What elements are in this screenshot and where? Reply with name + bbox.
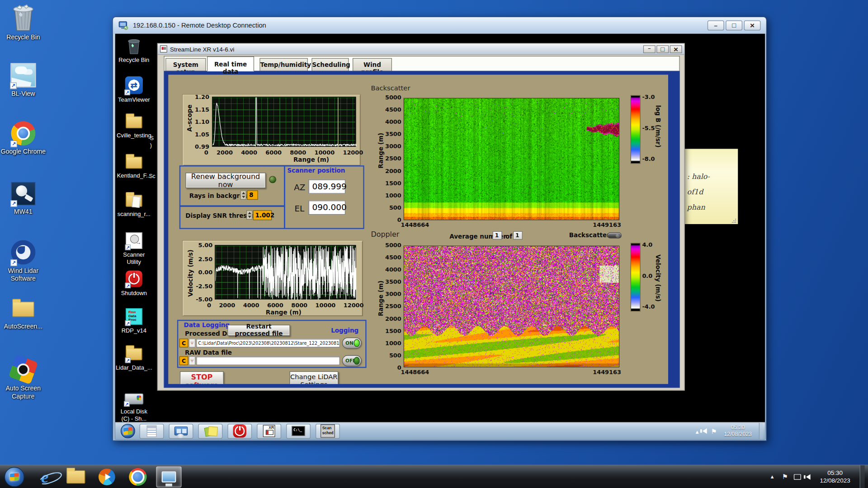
renew-background-button[interactable]: Renew background now (185, 173, 266, 188)
path-browse-icon[interactable] (189, 338, 196, 347)
drive-letter-box[interactable]: C (179, 338, 189, 347)
task-remote-desktop-active[interactable] (156, 466, 181, 488)
tick-label: 3500 (385, 278, 401, 286)
remote-start-button[interactable] (121, 424, 135, 438)
tab-real-time-data[interactable]: Real time data (207, 56, 254, 71)
remote-icon-label: scanning_r... (118, 210, 151, 217)
maximize-button[interactable] (656, 45, 669, 53)
streamline-titlebar[interactable]: StreamLine XR v14-6.vi (158, 44, 684, 55)
remote-icon-lidar-data[interactable]: Lidar_Data_... (116, 346, 151, 371)
tick-label: 2000 (217, 148, 233, 156)
rdp-titlebar[interactable]: 192.168.0.150 - Remote Desktop Connectio… (113, 17, 766, 34)
path-browse-icon[interactable] (189, 357, 196, 366)
tab-system-setup[interactable]: System setup (165, 58, 206, 71)
az-value-field[interactable]: 089.999 (308, 179, 345, 194)
stop-software-button[interactable]: STOP software (180, 371, 224, 384)
scanner-utility-icon (126, 232, 142, 249)
raw-path-field[interactable] (196, 357, 340, 366)
snr-spinner[interactable] (246, 210, 252, 220)
task-internet-explorer[interactable]: e (32, 466, 57, 488)
remote-icon-label: Lidar_Data_... (116, 364, 152, 371)
hidden-icons-chevron[interactable] (769, 473, 776, 480)
close-button[interactable] (670, 45, 682, 53)
shortcut-arrow-icon (10, 259, 17, 266)
remote-icon-rdp-v14[interactable]: RawDataProc RDP_v14 (116, 308, 151, 334)
power-icon (233, 424, 246, 437)
snr-value-field[interactable]: 1.002 (253, 210, 272, 220)
remote-icon-label: Cville_testing (117, 131, 151, 138)
remote-clock[interactable]: 05:30 12/08/2023 (721, 424, 755, 437)
remote-icon-scanner-utility[interactable]: Scanner Utility (116, 232, 151, 265)
remote-task-shutdown[interactable] (227, 423, 252, 438)
volume-icon[interactable] (806, 474, 811, 479)
backscatter-heatmap (404, 98, 620, 221)
processed-path-field[interactable]: C:\Lidar\Data\Proc\2023\202308\20230812\… (196, 338, 340, 347)
tab-temp-humidity[interactable]: Temp/humidity (259, 58, 308, 71)
desktop-icon-autoscreen[interactable]: AutoScreen... (0, 297, 47, 331)
processed-logging-switch[interactable]: ON (342, 338, 362, 348)
remote-task-sticky-notes[interactable] (198, 423, 222, 438)
remote-icon-cville-testing[interactable]: Cville_testing (116, 114, 151, 138)
remote-show-desktop-button[interactable] (759, 422, 763, 439)
xr-icon-text: XR (269, 426, 274, 430)
remote-task-command-prompt[interactable]: C:\_ (286, 423, 311, 438)
remote-icon-kentland[interactable]: Kentland_F... (116, 155, 151, 179)
change-lidar-settings-button[interactable]: Change LiDAR Settings (289, 371, 338, 384)
sticky-notes-icon (205, 426, 216, 436)
tab-wind-profile[interactable]: Wind profile (353, 58, 392, 71)
doppler-x-range: 1448664 1449163 (401, 369, 621, 375)
task-media-player[interactable] (94, 466, 119, 488)
show-desktop-button[interactable] (860, 465, 865, 488)
doppler-x-start: 1448664 (401, 369, 429, 375)
rays-spinner[interactable] (240, 190, 246, 200)
remote-icon-local-disk[interactable]: Local Disk (C) - Sh... (116, 392, 151, 422)
minimize-button[interactable] (708, 20, 724, 30)
close-button[interactable] (744, 20, 761, 30)
clock[interactable]: 05:30 12/08/2023 (816, 469, 855, 484)
remote-icon-shutdown[interactable]: Shutdown (116, 270, 151, 296)
tab-scheduling[interactable]: Scheduling (311, 58, 349, 71)
renew-background-label: Renew background now (186, 172, 265, 189)
tick-label: -8.0 (642, 155, 655, 163)
average-number-field[interactable]: 1 (493, 231, 502, 239)
remote-task-notepad[interactable] (140, 423, 164, 438)
start-button[interactable] (5, 467, 24, 487)
rays-value-field[interactable]: 8 (247, 190, 258, 200)
maximize-button[interactable] (726, 20, 742, 30)
task-windows-explorer[interactable] (63, 466, 89, 488)
drive-letter-box[interactable]: C (179, 357, 189, 366)
remote-task-scan-sched[interactable]: Scan sched (316, 423, 340, 438)
action-center-flag-icon[interactable] (711, 426, 717, 436)
desktop-icon-recycle-bin[interactable]: Recycle Bin (0, 3, 47, 41)
velocity-trace (215, 246, 356, 300)
remote-icon-recycle-bin[interactable]: Recycle Bin (116, 37, 151, 63)
desktop-icon-auto-screen-capture[interactable]: Auto Screen Capture (0, 356, 47, 400)
el-label: EL (294, 204, 304, 214)
backscatter-toggle[interactable] (607, 232, 622, 238)
action-center-flag-icon[interactable] (781, 473, 789, 480)
streamline-title: StreamLine XR v14-6.vi (170, 46, 234, 52)
remote-task-xr-app[interactable]: XR (257, 423, 281, 438)
desktop-icon-mw41[interactable]: MW41 (0, 181, 47, 216)
remote-icon-teamviewer[interactable]: TeamViewer (116, 76, 151, 103)
desktop-icon-wind-lidar[interactable]: Wind Lidar Software (0, 239, 47, 282)
tick-label: 1.10 (195, 118, 209, 126)
note-resize-grip[interactable] (732, 219, 736, 223)
remote-icon-scanning[interactable]: scanning_r... (116, 193, 151, 217)
el-value-field[interactable]: 090.000 (308, 200, 345, 215)
task-chrome[interactable] (125, 466, 151, 488)
recycle-bin-icon (127, 37, 141, 55)
desktop-icon-bl-view[interactable]: BL-View (0, 62, 47, 98)
clock-date: 12/08/2023 (820, 477, 850, 483)
rdp-window-title: 192.168.0.150 - Remote Desktop Connectio… (133, 22, 266, 29)
restart-processed-file-button[interactable]: Restart processed file (227, 325, 290, 336)
hidden-icons-chevron[interactable] (696, 426, 699, 436)
raw-logging-switch[interactable]: OFF (342, 355, 362, 366)
remote-task-control-panel[interactable] (169, 423, 193, 438)
minimize-button[interactable] (643, 45, 656, 53)
desktop-icon-google-chrome[interactable]: Google Chrome (0, 120, 47, 156)
volume-icon[interactable] (703, 428, 707, 434)
average-of-field[interactable]: 1 (513, 231, 523, 239)
network-icon[interactable] (794, 474, 801, 479)
clock-time: 05:30 (827, 469, 843, 476)
